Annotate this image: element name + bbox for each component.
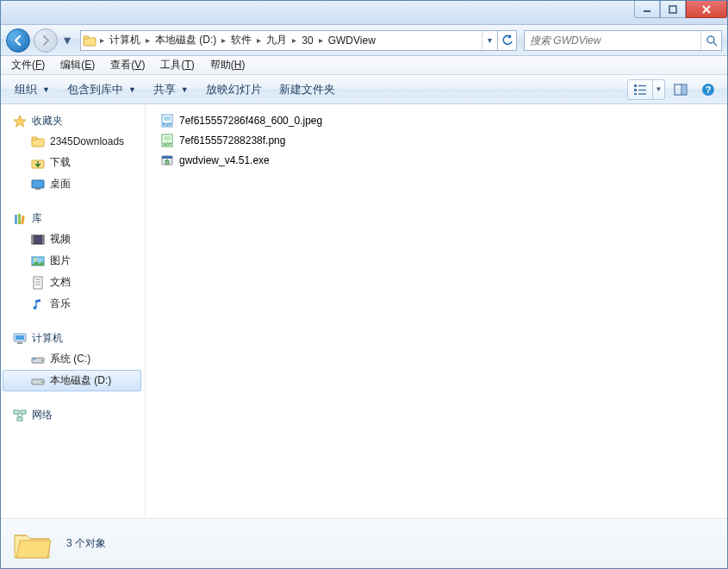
- sidebar-item-drive-d[interactable]: 本地磁盘 (D:): [3, 370, 141, 391]
- breadcrumb-sep[interactable]: ▸: [220, 31, 227, 50]
- file-item[interactable]: PNG 7ef615557288238f.png: [156, 131, 717, 150]
- breadcrumb-sep[interactable]: ▸: [255, 31, 263, 50]
- sidebar-item-drive-c[interactable]: 系统 (C:): [3, 348, 141, 370]
- breadcrumb-sep[interactable]: ▸: [317, 31, 325, 50]
- file-list[interactable]: JPG 7ef615557286f468_600_0.jpeg PNG 7ef6…: [146, 104, 727, 518]
- svg-rect-22: [32, 180, 44, 188]
- file-name: gwdview_v4.51.exe: [179, 154, 270, 166]
- file-item[interactable]: gwdview_v4.51.exe: [156, 151, 717, 170]
- view-mode-icon: [628, 84, 652, 96]
- minimize-button[interactable]: [634, 1, 660, 18]
- network-icon: [13, 409, 27, 422]
- history-dropdown[interactable]: ▾: [61, 28, 73, 53]
- svg-rect-47: [17, 417, 22, 421]
- svg-text:JPG: JPG: [163, 122, 171, 127]
- menu-tools[interactable]: 工具(T): [153, 56, 201, 74]
- favorites-header[interactable]: 收藏夹: [1, 111, 145, 131]
- sidebar-item-label: 本地磁盘 (D:): [50, 373, 111, 388]
- svg-point-6: [707, 36, 714, 43]
- chevron-down-icon[interactable]: ▼: [652, 80, 664, 99]
- crumb-computer[interactable]: 计算机: [106, 31, 144, 50]
- folder-large-icon: [11, 523, 53, 565]
- sidebar-item-documents[interactable]: 文档: [3, 272, 141, 293]
- menu-edit[interactable]: 编辑(E): [53, 56, 102, 74]
- sidebar-item-label: 下载: [50, 155, 71, 170]
- help-button[interactable]: ?: [697, 79, 719, 100]
- svg-rect-5: [84, 36, 89, 39]
- command-bar: 组织▼ 包含到库中▼ 共享▼ 放映幻灯片 新建文件夹 ▼ ?: [1, 75, 727, 104]
- new-folder-button[interactable]: 新建文件夹: [272, 78, 342, 101]
- svg-rect-29: [42, 235, 44, 244]
- search-icon[interactable]: [700, 31, 721, 50]
- file-name: 7ef615557286f468_600_0.jpeg: [179, 115, 322, 127]
- star-icon: [13, 115, 27, 128]
- forward-button[interactable]: [34, 28, 58, 53]
- desktop-icon: [31, 178, 45, 191]
- preview-pane-button[interactable]: [669, 79, 692, 100]
- sidebar-item-pictures[interactable]: 图片: [3, 250, 141, 272]
- svg-line-49: [20, 414, 23, 417]
- breadcrumb-sep[interactable]: ▸: [290, 31, 298, 50]
- view-mode-button[interactable]: ▼: [627, 79, 665, 100]
- sidebar-label: 网络: [32, 408, 53, 422]
- svg-rect-32: [34, 277, 42, 289]
- crumb-drive-d[interactable]: 本地磁盘 (D:): [152, 31, 220, 50]
- computer-group: 计算机 系统 (C:) 本地磁盘 (D:): [1, 328, 145, 391]
- menu-bar: 文件(F) 编辑(E) 查看(V) 工具(T) 帮助(H): [1, 56, 727, 75]
- file-item[interactable]: JPG 7ef615557286f468_600_0.jpeg: [156, 111, 717, 130]
- svg-rect-1: [669, 6, 676, 13]
- svg-rect-57: [164, 136, 171, 141]
- network-header[interactable]: 网络: [1, 405, 145, 425]
- svg-rect-8: [634, 84, 637, 87]
- svg-point-42: [41, 360, 43, 361]
- svg-rect-53: [164, 116, 171, 121]
- body: 收藏夹 2345Downloads 下载 桌面: [1, 104, 727, 518]
- address-dropdown[interactable]: ▾: [482, 31, 497, 50]
- maximize-button[interactable]: [660, 1, 686, 18]
- menu-view[interactable]: 查看(V): [103, 56, 152, 74]
- libraries-header[interactable]: 库: [1, 209, 145, 228]
- breadcrumb-sep[interactable]: ▸: [144, 31, 152, 50]
- menu-help[interactable]: 帮助(H): [203, 56, 252, 74]
- download-folder-icon: [31, 156, 45, 170]
- sidebar-item-desktop[interactable]: 桌面: [3, 173, 141, 195]
- crumb-30[interactable]: 30: [298, 31, 316, 50]
- slideshow-button[interactable]: 放映幻灯片: [199, 78, 269, 101]
- refresh-button[interactable]: [497, 31, 516, 50]
- sidebar-item-label: 文档: [50, 275, 71, 290]
- search-input[interactable]: [525, 34, 700, 47]
- share-button[interactable]: 共享▼: [146, 78, 196, 101]
- svg-line-7: [713, 42, 717, 46]
- organize-button[interactable]: 组织▼: [8, 78, 57, 101]
- svg-rect-59: [162, 156, 172, 159]
- svg-rect-27: [32, 235, 44, 244]
- include-library-button[interactable]: 包含到库中▼: [60, 78, 143, 101]
- back-button[interactable]: [6, 28, 30, 53]
- breadcrumb-sep[interactable]: ▸: [98, 31, 106, 50]
- computer-header[interactable]: 计算机: [1, 328, 145, 348]
- computer-icon: [13, 332, 27, 346]
- address-bar[interactable]: ▸ 计算机 ▸ 本地磁盘 (D:) ▸ 软件 ▸ 九月 ▸ 30 ▸ GWDVi…: [80, 30, 517, 51]
- svg-rect-10: [634, 93, 637, 95]
- crumb-gwdview[interactable]: GWDView: [325, 31, 379, 50]
- svg-rect-39: [17, 342, 22, 344]
- picture-icon: [31, 254, 45, 268]
- svg-rect-25: [18, 214, 21, 224]
- sidebar-item-2345downloads[interactable]: 2345Downloads: [3, 131, 141, 152]
- sidebar-item-music[interactable]: 音乐: [3, 293, 141, 315]
- svg-rect-23: [35, 188, 40, 190]
- close-button[interactable]: [686, 1, 727, 18]
- svg-rect-20: [32, 137, 37, 140]
- sidebar-item-downloads[interactable]: 下载: [3, 152, 141, 173]
- sidebar-item-label: 视频: [50, 232, 71, 247]
- search-box[interactable]: [524, 30, 722, 51]
- jpeg-icon: JPG: [160, 114, 174, 128]
- menu-file[interactable]: 文件(F): [4, 56, 52, 74]
- svg-rect-16: [682, 85, 686, 94]
- crumb-september[interactable]: 九月: [263, 31, 290, 50]
- crumb-software[interactable]: 软件: [227, 31, 255, 50]
- svg-point-31: [34, 258, 37, 260]
- sidebar-item-videos[interactable]: 视频: [3, 228, 141, 250]
- drive-icon: [31, 374, 45, 388]
- svg-rect-41: [33, 359, 36, 360]
